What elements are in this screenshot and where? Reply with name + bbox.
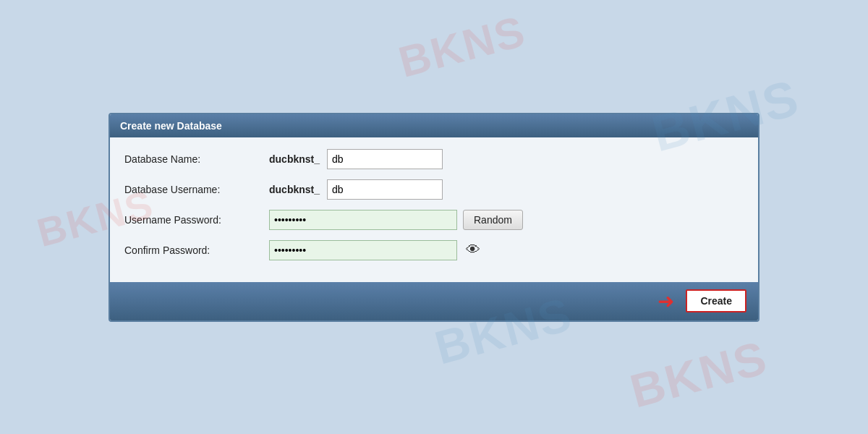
db-name-prefix: ducbknst_ [269,153,320,165]
form-footer: ➜ Create [110,282,758,320]
form-body: Database Name: ducbknst_ Database Userna… [110,137,758,282]
confirm-password-label: Confirm Password: [124,244,269,256]
toggle-password-icon[interactable]: 👁 [466,242,480,258]
watermark-1: BKNS [393,6,531,88]
db-name-label: Database Name: [124,153,269,165]
password-input[interactable] [269,210,457,230]
random-button[interactable]: Random [463,210,523,230]
db-username-row: Database Username: ducbknst_ [124,179,744,200]
db-username-label: Database Username: [124,184,269,195]
db-username-prefix: ducbknst_ [269,184,320,195]
arrow-icon: ➜ [658,289,674,313]
create-database-form: Create new Database Database Name: ducbk… [109,113,760,322]
db-username-input-group: ducbknst_ [269,179,443,200]
form-header: Create new Database [110,114,758,137]
confirm-password-input[interactable] [269,240,457,260]
password-input-group: Random [269,210,523,230]
db-name-input-group: ducbknst_ [269,149,443,169]
confirm-password-row: Confirm Password: 👁 [124,240,744,260]
password-label: Username Password: [124,214,269,226]
db-name-input[interactable] [327,149,443,169]
create-button[interactable]: Create [686,289,746,312]
password-row: Username Password: Random [124,210,744,230]
confirm-password-input-group: 👁 [269,240,480,260]
form-title: Create new Database [120,120,222,132]
db-username-input[interactable] [327,179,443,200]
watermark-5: BKNS [625,330,773,418]
db-name-row: Database Name: ducbknst_ [124,149,744,169]
